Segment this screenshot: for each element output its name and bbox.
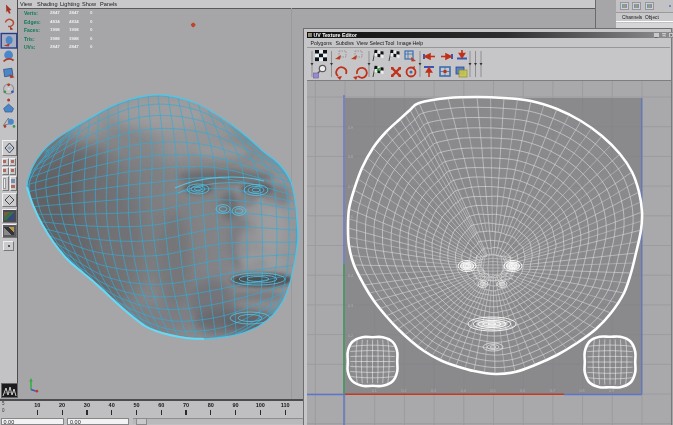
svg-text:0.8: 0.8 [348,155,353,159]
svg-text:0.5: 0.5 [490,388,495,392]
svg-text:0.2: 0.2 [348,333,353,337]
svg-text:0.7: 0.7 [549,388,554,392]
svg-text:0.8: 0.8 [579,388,584,392]
svg-text:0.9: 0.9 [609,388,614,392]
svg-text:0.2: 0.2 [401,388,406,392]
svg-text:0.4: 0.4 [460,388,465,392]
svg-text:0.3: 0.3 [431,388,436,392]
svg-text:0.3: 0.3 [348,303,353,307]
svg-text:0.9: 0.9 [348,125,353,129]
svg-text:0.6: 0.6 [520,388,525,392]
svg-text:0.1: 0.1 [371,388,376,392]
svg-text:0.7: 0.7 [348,185,353,189]
svg-text:0.4: 0.4 [348,274,353,278]
